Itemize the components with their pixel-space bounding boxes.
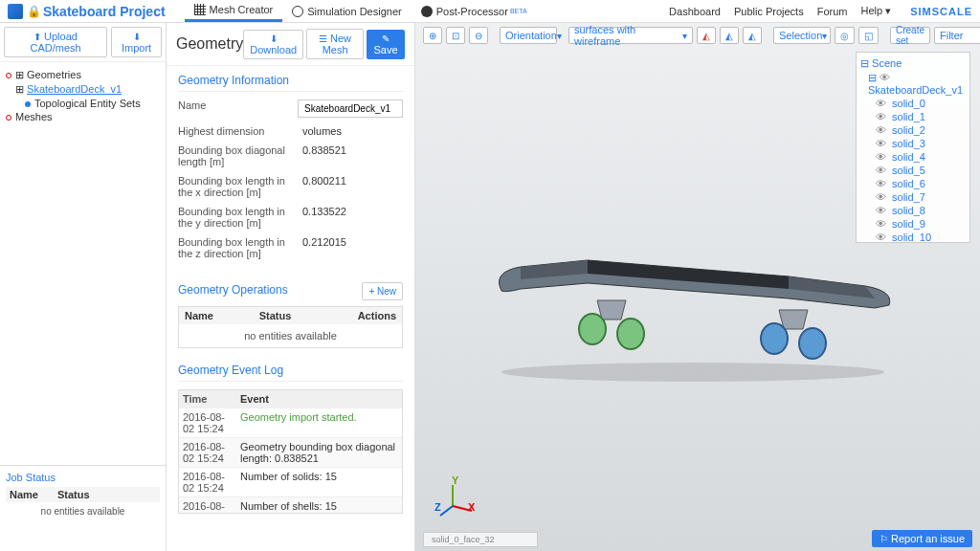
scene-solid[interactable]: 👁 solid_5 (860, 164, 966, 177)
geo-info-title: Geometry Information (178, 74, 403, 92)
tree-geom-item[interactable]: ⊞ SkateboardDeck_v1 (6, 82, 160, 97)
app-logo (8, 4, 23, 19)
shade-1-button[interactable]: ◭ (697, 27, 716, 44)
geo-ops-title: Geometry Operations (178, 283, 362, 300)
tab-post-processor[interactable]: Post-ProcessorBETA (412, 2, 537, 21)
job-empty: no entities available (6, 502, 160, 520)
new-operation-button[interactable]: + New (362, 282, 403, 300)
lock-icon: 🔒 (27, 5, 41, 18)
new-mesh-button[interactable]: ☰ New Mesh (306, 29, 364, 59)
viewport-toolbar: ⊕ ⊡ ⊖ Orientation ▾ surfaces with wirefr… (423, 27, 972, 44)
scene-solid[interactable]: 👁 solid_4 (860, 150, 966, 164)
scene-geom[interactable]: ⊟ 👁SkateboardDeck_v1 (860, 71, 966, 97)
tree-topo[interactable]: Topological Entity Sets (6, 97, 160, 110)
scene-solid[interactable]: 👁 solid_2 (860, 123, 966, 137)
select-target-button[interactable]: ◎ (835, 27, 855, 44)
event-log-title: Geometry Event Log (178, 364, 403, 382)
shade-2-button[interactable]: ◭ (720, 27, 739, 44)
geometry-name-input[interactable] (298, 99, 403, 118)
nav-tree: ⊞ Geometries ⊞ SkateboardDeck_v1 Topolog… (0, 62, 166, 465)
job-status-title: Job Status (6, 472, 160, 483)
log-row: 2016-08-02 15:24Number of shells: 15 (179, 496, 402, 514)
event-log[interactable]: TimeEvent 2016-08-02 15:24Geometry impor… (178, 389, 403, 514)
link-public-projects[interactable]: Public Projects (734, 6, 804, 17)
svg-point-1 (579, 314, 606, 344)
top-bar: 🔒 Skateboard Project Mesh Creator Simula… (0, 0, 980, 23)
tab-mesh-creator[interactable]: Mesh Creator (185, 0, 283, 22)
link-forum[interactable]: Forum (817, 6, 848, 17)
svg-point-2 (617, 319, 644, 349)
report-issue-button[interactable]: ⚐ Report an issue (872, 530, 972, 547)
scene-solid[interactable]: 👁 solid_1 (860, 110, 966, 123)
import-button[interactable]: ⬇ Import (111, 27, 162, 57)
create-set-button[interactable]: Create set (890, 27, 930, 44)
beta-badge: BETA (510, 8, 527, 14)
left-panel: ⬆ Upload CAD/mesh ⬇ Import ⊞ Geometries … (0, 23, 167, 551)
scene-solid[interactable]: 👁 solid_7 (860, 190, 966, 204)
svg-point-4 (799, 328, 826, 359)
log-row: 2016-08-02 15:24Geometry bounding box di… (179, 437, 402, 467)
orientation-dropdown[interactable]: Orientation ▾ (500, 27, 557, 44)
svg-point-3 (761, 323, 788, 354)
link-dashboard[interactable]: Dashboard (669, 6, 721, 17)
scene-solid[interactable]: 👁 solid_0 (860, 97, 966, 110)
upload-cad-button[interactable]: ⬆ Upload CAD/mesh (4, 27, 107, 57)
tree-meshes[interactable]: Meshes (6, 110, 160, 123)
properties-panel: Geometry ⬇ Download ☰ New Mesh ✎ Save Ge… (167, 23, 415, 551)
shade-3-button[interactable]: ◭ (743, 27, 762, 44)
svg-point-0 (501, 363, 884, 382)
zoom-in-button[interactable]: ⊕ (423, 27, 442, 44)
panel-title: Geometry (176, 35, 243, 53)
render-mode-dropdown[interactable]: surfaces with wireframe ▾ (568, 27, 693, 44)
hover-status: solid_0_face_32 (423, 532, 538, 547)
axes-gizmo: Y X Z (434, 474, 482, 522)
save-button[interactable]: ✎ Save (367, 30, 405, 59)
brand: SIMSCALE (910, 6, 972, 17)
scene-root[interactable]: ⊟ Scene (860, 56, 966, 71)
log-row: 2016-08-02 15:24Geometry import started. (179, 408, 402, 437)
tree-geometries[interactable]: ⊞ Geometries (6, 68, 160, 82)
scene-solid[interactable]: 👁 solid_3 (860, 137, 966, 150)
zoom-out-button[interactable]: ⊖ (469, 27, 488, 44)
zoom-fit-button[interactable]: ⊡ (446, 27, 465, 44)
project-title: Skateboard Project (43, 4, 166, 19)
link-help[interactable]: Help ▾ (860, 5, 891, 17)
download-button[interactable]: ⬇ Download (243, 30, 303, 59)
scene-solid[interactable]: 👁 solid_6 (860, 177, 966, 190)
model-render (463, 214, 923, 386)
selection-dropdown[interactable]: Selection ▾ (773, 27, 831, 44)
log-row: 2016-08-02 15:24Number of solids: 15 (179, 467, 402, 496)
select-all-button[interactable]: ◱ (858, 27, 879, 44)
tab-simulation-designer[interactable]: Simulation Designer (282, 2, 411, 21)
filter-dropdown[interactable]: Filter ▾ (934, 27, 980, 44)
3d-viewport[interactable]: ⊕ ⊡ ⊖ Orientation ▾ surfaces with wirefr… (415, 23, 980, 551)
svg-line-7 (440, 506, 453, 516)
job-status-panel: Job Status NameStatus no entities availa… (0, 465, 166, 551)
